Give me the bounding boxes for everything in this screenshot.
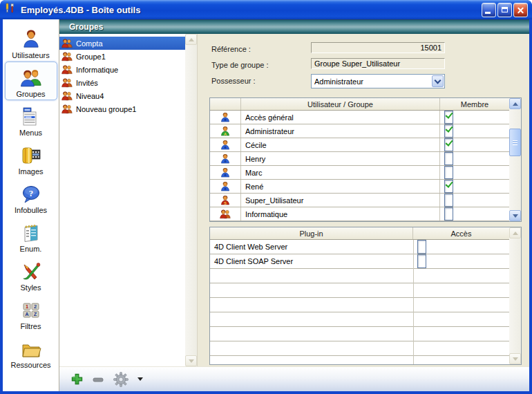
sidebar-item-utilisateurs[interactable]: Utilisateurs	[5, 23, 57, 62]
group-list-item[interactable]: Niveau4	[59, 89, 185, 102]
group-icon	[61, 77, 73, 88]
members-table-scrollbar[interactable]	[509, 98, 521, 221]
sidebar-item-groupes[interactable]: Groupes	[5, 62, 57, 100]
member-row[interactable]: A Administrateur	[210, 124, 509, 138]
member-row[interactable]: Henry	[210, 152, 509, 166]
member-checkbox[interactable]	[444, 166, 453, 179]
access-checkbox[interactable]	[417, 240, 426, 254]
user-icon	[220, 152, 231, 165]
settings-button[interactable]	[113, 371, 143, 388]
sidebar-item-images[interactable]: Images	[5, 139, 57, 178]
add-group-button[interactable]	[70, 373, 84, 386]
group-list-item[interactable]: Nouveau groupe1	[59, 102, 185, 115]
member-row[interactable]: Accès général	[210, 111, 509, 124]
member-row[interactable]: Informatique	[210, 207, 509, 221]
access-checkbox[interactable]	[417, 254, 426, 268]
app-window: Employés.4DB - Boîte outils Utilisateurs	[0, 0, 532, 394]
sidebar-item-label: Ressources	[10, 361, 50, 369]
scroll-down-button[interactable]	[509, 353, 521, 364]
sidebar-item-ressources[interactable]: Ressources	[5, 332, 57, 371]
svg-text:A: A	[224, 132, 227, 136]
group-list-item[interactable]: Compta	[59, 37, 185, 50]
dropdown-caret-icon[interactable]	[137, 377, 143, 381]
owner-dropdown[interactable]: Administrateur	[311, 74, 445, 88]
sidebar-item-enum[interactable]: Enum.	[5, 216, 57, 255]
close-button[interactable]	[513, 3, 528, 17]
member-row[interactable]: Marc	[210, 166, 509, 180]
window-title: Employés.4DB - Boîte outils	[21, 5, 480, 15]
plugins-table: Plug-in Accès 4D Client Web Server 4D Cl…	[209, 227, 522, 365]
film-icon	[19, 142, 43, 167]
remove-icon	[92, 373, 104, 386]
svg-text:A: A	[25, 311, 29, 317]
group-detail-panel: Référence : 15001 Type de groupe : Group…	[198, 34, 529, 366]
sidebar-item-label: Utilisateurs	[12, 51, 49, 59]
plugin-row[interactable]: 4D Client SOAP Server	[210, 254, 509, 269]
member-row[interactable]: René	[210, 180, 509, 194]
member-checkbox[interactable]	[444, 207, 453, 221]
group-type-field[interactable]: Groupe Super_Utilisateur	[311, 58, 445, 69]
sidebar-item-filtres[interactable]: 1 2 A Z Filtres	[5, 294, 57, 332]
group-list-item[interactable]: Invités	[59, 76, 185, 89]
chevron-down-icon[interactable]	[432, 75, 444, 87]
paintbrush-icon	[20, 258, 42, 283]
member-row[interactable]: S Super_Utilisateur	[210, 194, 509, 207]
plugin-row[interactable]: 4D Client Web Server	[210, 240, 509, 254]
toolbox-icon	[4, 2, 17, 17]
svg-text:S: S	[224, 201, 227, 205]
member-row[interactable]: Cécile	[210, 138, 509, 152]
svg-text:2: 2	[33, 303, 36, 310]
group-icon	[61, 64, 73, 75]
sidebar-item-styles[interactable]: Styles	[5, 255, 57, 294]
sidebar-item-label: Styles	[21, 283, 41, 292]
member-column-header: Membre	[440, 98, 509, 110]
user-icon	[220, 180, 231, 193]
menu-icon	[21, 103, 41, 128]
scroll-up-button[interactable]	[509, 98, 521, 109]
plugins-table-scrollbar[interactable]	[509, 227, 521, 364]
member-checkbox[interactable]	[444, 138, 453, 151]
group-icon	[61, 38, 73, 48]
group-type-label: Type de groupe :	[211, 61, 269, 69]
notepad-icon	[20, 219, 42, 244]
scroll-up-button[interactable]	[509, 227, 521, 238]
group-list-item[interactable]: Informatique	[59, 63, 185, 76]
sidebar-item-infobulles[interactable]: ? Infobulles	[5, 178, 57, 216]
groups-list-scrollbar[interactable]	[185, 34, 197, 366]
sidebar-item-label: Enum.	[20, 245, 42, 253]
member-checkbox[interactable]	[444, 194, 453, 207]
member-checkbox[interactable]	[444, 180, 453, 193]
group-icon	[19, 64, 43, 89]
bottom-toolbar	[59, 366, 529, 391]
user-icon	[220, 111, 231, 124]
panel-header: Groupes	[59, 19, 529, 34]
plugin-column-header: Plug-in	[210, 227, 413, 239]
group-icon	[61, 104, 73, 114]
user-icon: S	[220, 194, 231, 207]
scroll-up-button[interactable]	[185, 34, 197, 45]
reference-field[interactable]: 15001	[311, 42, 445, 53]
svg-text:?: ?	[28, 187, 33, 198]
sidebar: Utilisateurs Groupes	[3, 19, 59, 391]
empty-rows	[210, 269, 509, 364]
remove-group-button[interactable]	[92, 373, 104, 386]
user-icon	[220, 166, 231, 179]
scroll-down-button[interactable]	[185, 355, 197, 366]
title-bar[interactable]: Employés.4DB - Boîte outils	[0, 0, 532, 19]
sidebar-item-menus[interactable]: Menus	[5, 100, 57, 139]
scroll-down-button[interactable]	[509, 210, 521, 221]
member-checkbox[interactable]	[444, 152, 453, 165]
svg-text:1: 1	[25, 303, 28, 310]
member-checkbox[interactable]	[444, 124, 453, 138]
scrollbar-thumb[interactable]	[509, 129, 521, 156]
reference-label: Référence :	[211, 45, 251, 53]
sidebar-item-label: Images	[18, 167, 43, 176]
icon-column-header	[210, 98, 241, 110]
member-checkbox[interactable]	[444, 111, 453, 124]
minimize-button[interactable]	[482, 3, 496, 17]
members-table-header: Utilisateur / Groupe Membre	[210, 98, 509, 111]
maximize-button[interactable]	[497, 3, 512, 17]
group-list-item[interactable]: Groupe1	[59, 50, 185, 63]
group-icon	[61, 91, 73, 101]
groups-list: Compta Groupe1 Informatique Invités	[59, 34, 198, 366]
